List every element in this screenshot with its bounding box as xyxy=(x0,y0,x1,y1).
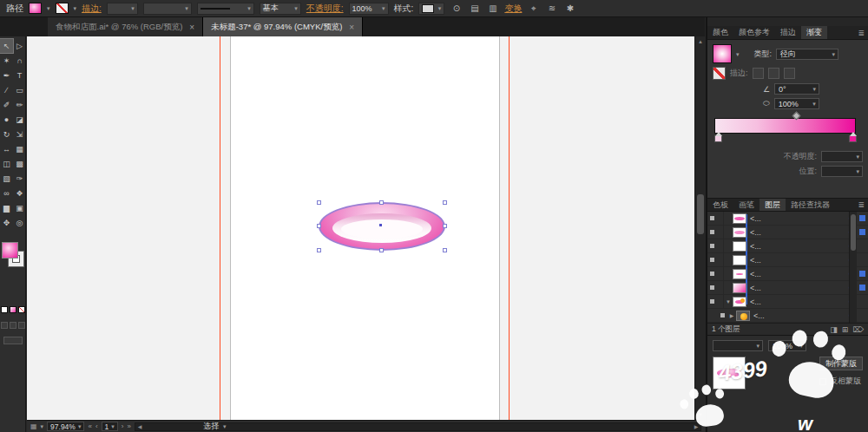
screen-mode-full-button[interactable] xyxy=(18,322,25,329)
shape-options-icon[interactable]: ≋ xyxy=(545,2,558,15)
tab-stroke[interactable]: 描边 xyxy=(775,26,801,39)
free-transform-tool[interactable]: ▦ xyxy=(13,142,26,156)
tab-color-guide[interactable]: 颜色参考 xyxy=(733,26,775,39)
first-artboard-icon[interactable]: « xyxy=(88,422,91,430)
artboard-nav-icon[interactable]: ▦ xyxy=(30,422,37,430)
delete-layer-icon[interactable]: ⌦ xyxy=(852,325,864,334)
selection-handle-middle-left[interactable] xyxy=(317,224,321,228)
stop-location-field[interactable]: ▾ xyxy=(821,166,863,177)
visibility-toggle[interactable] xyxy=(718,313,727,317)
transparency-opacity-field[interactable]: 100% ▾ xyxy=(768,340,806,351)
stroke-style-field[interactable]: ▾ xyxy=(197,3,254,15)
eyedropper-tool[interactable]: ✑ xyxy=(13,172,26,186)
selection-column[interactable] xyxy=(856,239,867,253)
layer-row[interactable]: <... ○ xyxy=(707,239,868,253)
visibility-toggle[interactable] xyxy=(707,299,717,304)
scroll-down-icon[interactable]: ▼ xyxy=(695,409,706,420)
expand-icon[interactable]: ▼ xyxy=(724,299,733,304)
scroll-up-icon[interactable]: ▲ xyxy=(695,36,706,47)
pencil-tool[interactable]: ✏ xyxy=(13,98,26,112)
lasso-tool[interactable]: ∩ xyxy=(13,54,26,68)
width-tool[interactable]: ↔ xyxy=(0,142,13,156)
vertical-scrollbar[interactable]: ▲ ▼ xyxy=(694,36,705,420)
direct-selection-tool[interactable]: ▷ xyxy=(13,39,26,53)
gradient-preview-swatch[interactable] xyxy=(713,44,732,63)
scale-tool[interactable]: ⇲ xyxy=(13,128,26,141)
expand-icon[interactable]: ▶ xyxy=(727,312,736,318)
lock-toggle[interactable] xyxy=(717,226,724,239)
brush-definition-field[interactable]: ▾ xyxy=(143,3,192,15)
visibility-toggle[interactable] xyxy=(707,230,717,234)
layer-row[interactable]: ▼ <... ○ xyxy=(707,295,868,309)
align-icon[interactable]: ▤ xyxy=(468,2,481,15)
change-screen-mode-button[interactable] xyxy=(3,337,23,344)
make-clipping-mask-icon[interactable]: ◨ xyxy=(830,325,838,334)
none-button[interactable] xyxy=(18,306,25,313)
paintbrush-tool[interactable]: ✐ xyxy=(0,98,13,112)
artboard-tool[interactable]: ▣ xyxy=(13,201,26,215)
blend-mode-select[interactable]: ▾ xyxy=(713,340,763,351)
layer-name[interactable]: <... xyxy=(750,242,845,251)
layer-row[interactable]: <... ○ xyxy=(707,267,868,281)
transform-panel-link[interactable]: 变换 xyxy=(504,3,522,15)
gradient-button[interactable] xyxy=(10,306,16,313)
gradient-stop-left[interactable] xyxy=(714,135,722,142)
plate-highlight-ellipse[interactable] xyxy=(341,219,423,239)
selection-handle-top-center[interactable] xyxy=(379,200,384,205)
tab-brushes[interactable]: 画笔 xyxy=(733,199,760,211)
opacity-panel-link[interactable]: 不透明度: xyxy=(306,3,344,15)
stroke-across-icon[interactable] xyxy=(784,68,795,79)
zoom-tool[interactable]: ◎ xyxy=(13,216,26,230)
selection-column[interactable] xyxy=(856,309,867,323)
next-artboard-icon[interactable]: › xyxy=(122,422,124,430)
fill-swatch[interactable] xyxy=(2,242,18,259)
lock-toggle[interactable] xyxy=(717,212,724,226)
line-tool[interactable]: ∕ xyxy=(0,83,13,97)
selection-column[interactable] xyxy=(856,212,867,226)
selection-handle-bottom-right[interactable] xyxy=(443,248,447,252)
selection-column[interactable] xyxy=(856,295,867,309)
center-anchor-point[interactable] xyxy=(379,224,382,226)
layer-row[interactable]: <... ○ xyxy=(707,226,868,239)
selection-column[interactable] xyxy=(856,281,867,295)
gradient-ramp[interactable] xyxy=(714,118,856,134)
new-layer-icon[interactable]: ⊞ xyxy=(842,325,849,334)
screen-mode-normal-button[interactable] xyxy=(1,322,8,329)
symbol-sprayer-tool[interactable]: ❖ xyxy=(13,187,26,200)
visibility-toggle[interactable] xyxy=(707,258,717,262)
gradient-type-select[interactable]: 径向 ▾ xyxy=(776,49,838,60)
visibility-toggle[interactable] xyxy=(707,272,717,276)
horizontal-scrollbar[interactable]: ◀ 选择 ▾ ▶ xyxy=(135,422,701,431)
lock-toggle[interactable] xyxy=(717,295,724,309)
selection-handle-top-right[interactable] xyxy=(443,200,447,205)
tab-gradient[interactable]: 渐变 xyxy=(801,26,827,39)
zoom-field[interactable]: 97.94% ▾ xyxy=(47,422,84,431)
shape-builder-tool[interactable]: ◫ xyxy=(0,157,13,171)
panel-menu-icon[interactable]: ≣ xyxy=(854,199,868,211)
pen-tool[interactable]: ✒ xyxy=(0,69,13,82)
selection-column[interactable] xyxy=(856,226,867,239)
lock-toggle[interactable] xyxy=(717,239,724,253)
chevron-down-icon[interactable]: ▾ xyxy=(41,423,44,429)
stroke-color-swatch[interactable] xyxy=(56,3,69,14)
previous-artboard-icon[interactable]: ‹ xyxy=(95,422,98,430)
type-tool[interactable]: T xyxy=(13,69,26,82)
layer-row[interactable]: <... ○ xyxy=(707,253,868,267)
chevron-down-icon[interactable]: ▾ xyxy=(736,51,740,57)
selection-handle-bottom-center[interactable] xyxy=(379,248,384,252)
last-artboard-icon[interactable]: » xyxy=(127,422,130,430)
scroll-left-icon[interactable]: ◀ xyxy=(135,422,144,431)
isolate-icon[interactable]: ⌖ xyxy=(527,2,540,15)
layer-name[interactable]: <... xyxy=(750,256,845,265)
selected-plate-artwork[interactable] xyxy=(319,202,445,251)
stroke-along-icon[interactable] xyxy=(768,68,779,79)
layer-row[interactable]: ▶ <... ○ xyxy=(707,309,868,323)
gradient-stroke-swatch[interactable] xyxy=(713,67,726,80)
screen-mode-menu-button[interactable] xyxy=(10,322,16,329)
invert-mask-option[interactable]: 反相蒙版 xyxy=(819,376,861,387)
layers-scrollbar[interactable] xyxy=(849,212,857,323)
stop-opacity-field[interactable]: ▾ xyxy=(821,151,863,162)
layer-name[interactable]: <... xyxy=(750,214,845,223)
blob-brush-tool[interactable]: ● xyxy=(0,113,13,127)
preferences-icon[interactable]: ✱ xyxy=(563,2,576,15)
